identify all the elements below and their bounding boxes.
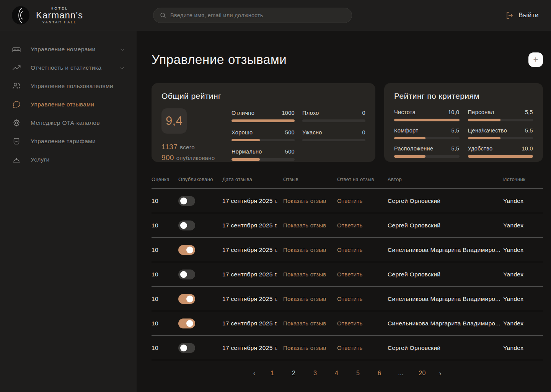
- reply-link[interactable]: Ответить: [337, 320, 363, 327]
- sidebar-item-label: Услуги: [31, 156, 125, 163]
- table-row: 10 17 сентября 2025 г. Показать отзыв От…: [152, 287, 543, 311]
- logo-subtitle: YANTAR HALL: [36, 20, 83, 24]
- distribution-meter: Ужасно0: [302, 129, 365, 143]
- criteria-meter: Комфорт5,5: [394, 127, 460, 140]
- search-input[interactable]: [170, 12, 346, 18]
- published-toggle[interactable]: [178, 220, 195, 230]
- col-source: Источник: [503, 176, 543, 182]
- next-page-button[interactable]: ›: [438, 369, 443, 377]
- review-date: 17 сентября 2025 г.: [222, 345, 283, 351]
- reply-link[interactable]: Ответить: [337, 345, 363, 351]
- show-review-link[interactable]: Показать отзыв: [283, 271, 326, 278]
- table-row: 10 17 сентября 2025 г. Показать отзыв От…: [152, 262, 543, 287]
- show-review-link[interactable]: Показать отзыв: [283, 247, 326, 253]
- page-button-2[interactable]: 2: [288, 367, 300, 379]
- published-reviews: 900опубликовано: [161, 154, 218, 162]
- reply-link[interactable]: Ответить: [337, 247, 363, 253]
- prev-page-button[interactable]: ‹: [252, 369, 257, 377]
- review-score: 10: [152, 296, 178, 302]
- review-author: Синельникова Маргарита Владимиро...: [388, 320, 503, 327]
- criteria-grid: Чистота10,0 Комфорт5,5 Расположение5,5 П…: [394, 109, 533, 158]
- table-row: 10 17 сентября 2025 г. Показать отзыв От…: [152, 311, 543, 336]
- col-date: Дата отзыва: [222, 176, 283, 182]
- bed-icon: [11, 44, 21, 54]
- sidebar-item-services[interactable]: Услуги: [0, 150, 137, 169]
- review-score: 10: [152, 198, 178, 204]
- criteria-rating-card: Рейтинг по критериям Чистота10,0 Комфорт…: [384, 83, 543, 162]
- search-icon: [160, 12, 166, 19]
- hotel-logo: HOTEL Karmann’s YANTAR HALL: [0, 5, 126, 25]
- review-source: Yandex: [503, 271, 543, 278]
- plus-icon: +: [533, 56, 538, 64]
- review-source: Yandex: [503, 345, 543, 351]
- overall-score-badge: 9,4: [161, 108, 187, 134]
- show-review-link[interactable]: Показать отзыв: [283, 222, 326, 229]
- review-source: Yandex: [503, 198, 543, 204]
- sidebar-item-label: Управление номерами: [31, 46, 110, 53]
- overall-rating-card: Общий рейтинг 9,4 1137всего 900опубликов…: [152, 83, 375, 162]
- main-content: Управление отзывами + Общий рейтинг 9,4 …: [137, 31, 551, 392]
- add-review-button[interactable]: +: [528, 52, 543, 67]
- page-button-4[interactable]: 4: [331, 367, 343, 379]
- logout-button[interactable]: Выйти: [505, 11, 539, 20]
- table-header: Оценка Опубликовано Дата отзыва Отзыв От…: [152, 176, 543, 189]
- review-author: Сергей Орловский: [388, 198, 503, 204]
- sidebar-item-tariffs[interactable]: Управление тарифами: [0, 132, 137, 150]
- published-toggle[interactable]: [178, 294, 195, 304]
- col-author: Автор: [388, 176, 503, 182]
- col-reply: Ответ на отзыв: [337, 176, 388, 182]
- logo-name: Karmann’s: [36, 10, 83, 20]
- published-toggle[interactable]: [178, 270, 195, 279]
- review-date: 17 сентября 2025 г.: [222, 320, 283, 327]
- review-source: Yandex: [503, 247, 543, 253]
- search-bar[interactable]: [153, 8, 352, 23]
- reviews-table: Оценка Опубликовано Дата отзыва Отзыв От…: [152, 176, 543, 360]
- review-date: 17 сентября 2025 г.: [222, 198, 283, 204]
- show-review-link[interactable]: Показать отзыв: [283, 320, 326, 327]
- sidebar-item-users[interactable]: Управление пользователями: [0, 77, 137, 95]
- sidebar-nav: Управление номерами Отчетность и статист…: [0, 31, 137, 392]
- page-button-5[interactable]: 5: [352, 367, 364, 379]
- review-date: 17 сентября 2025 г.: [222, 222, 283, 229]
- sidebar-item-reviews[interactable]: Управление отзывами: [0, 95, 137, 114]
- distribution-meter: Нормально500: [231, 149, 295, 162]
- review-score: 10: [152, 247, 178, 253]
- sidebar-item-ota-manager[interactable]: Менеджер OTA-каналов: [0, 114, 137, 132]
- tariff-card-icon: [11, 136, 21, 146]
- published-toggle[interactable]: [178, 245, 195, 255]
- page-button-3[interactable]: 3: [309, 367, 321, 379]
- col-score: Оценка: [152, 176, 178, 182]
- reply-link[interactable]: Ответить: [337, 198, 363, 204]
- review-author: Сергей Орловский: [388, 271, 503, 278]
- distribution-meter: Хорошо500: [231, 129, 295, 143]
- criteria-rating-title: Рейтинг по критериям: [394, 91, 533, 101]
- reply-link[interactable]: Ответить: [337, 271, 363, 278]
- show-review-link[interactable]: Показать отзыв: [283, 345, 326, 351]
- criteria-meter: Чистота10,0: [394, 109, 460, 121]
- published-toggle[interactable]: [178, 318, 195, 328]
- sidebar-item-reports[interactable]: Отчетность и статистика: [0, 59, 137, 77]
- table-row: 10 17 сентября 2025 г. Показать отзыв От…: [152, 238, 543, 262]
- review-date: 17 сентября 2025 г.: [222, 296, 283, 302]
- users-icon: [11, 81, 21, 91]
- show-review-link[interactable]: Показать отзыв: [283, 296, 326, 302]
- table-row: 10 17 сентября 2025 г. Показать отзыв От…: [152, 189, 543, 213]
- criteria-meter: Удобство10,0: [468, 145, 533, 158]
- published-toggle[interactable]: [178, 196, 195, 206]
- review-score: 10: [152, 271, 178, 278]
- col-published: Опубликовано: [178, 176, 222, 182]
- reply-link[interactable]: Ответить: [337, 296, 363, 302]
- review-score: 10: [152, 320, 178, 327]
- sidebar-item-rooms[interactable]: Управление номерами: [0, 40, 137, 59]
- page-button-1[interactable]: 1: [266, 367, 279, 379]
- page-button-6[interactable]: 6: [373, 367, 386, 379]
- page-ellipsis: ...: [395, 367, 407, 379]
- review-source: Yandex: [503, 296, 543, 302]
- published-toggle[interactable]: [178, 343, 195, 353]
- overall-score-value: 9,4: [166, 114, 183, 128]
- service-bell-icon: [11, 155, 21, 165]
- criteria-meter: Персонал5,5: [468, 109, 533, 121]
- page-button-20[interactable]: 20: [416, 367, 429, 379]
- reply-link[interactable]: Ответить: [337, 222, 363, 229]
- show-review-link[interactable]: Показать отзыв: [283, 198, 326, 204]
